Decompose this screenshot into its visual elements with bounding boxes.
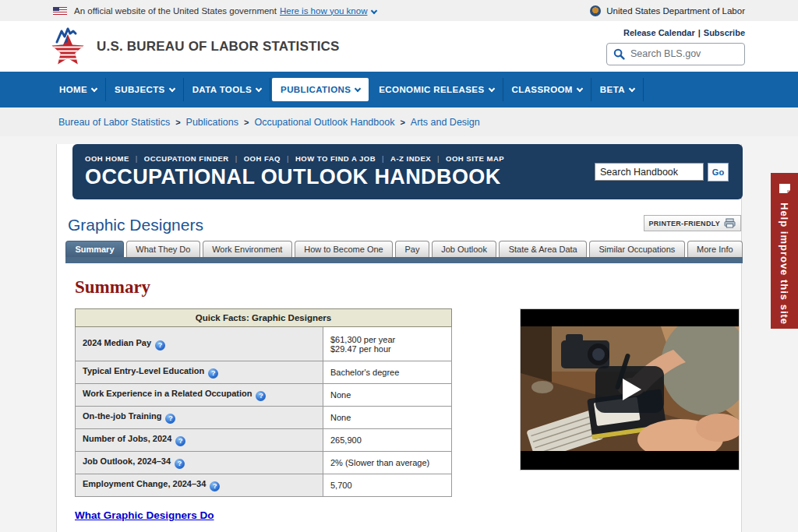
tab-what-they-do[interactable]: What They Do [126, 241, 200, 257]
breadcrumb-arts-design[interactable]: Arts and Design [411, 117, 480, 128]
breadcrumb-bls[interactable]: Bureau of Labor Statistics [58, 117, 170, 128]
content-area: OOH HOME | OCCUPATION FINDER | OOH FAQ |… [56, 144, 742, 532]
nav-item-economic-releases[interactable]: ECONOMIC RELEASES [370, 78, 503, 101]
chevron-down-icon [91, 86, 97, 92]
fact-label: On-the-job Training [83, 411, 161, 421]
help-icon[interactable]: ? [208, 368, 218, 379]
quick-facts-title: Quick Facts: Graphic Designers [76, 309, 452, 327]
printer-friendly-button[interactable]: PRINTER-FRIENDLY [644, 215, 741, 231]
subscribe-link[interactable]: Subscribe [704, 28, 745, 37]
play-button[interactable] [595, 366, 664, 413]
how-to-find-a-job-link[interactable]: HOW TO FIND A JOB [295, 154, 376, 163]
breadcrumb-ooh[interactable]: Occupational Outlook Handbook [254, 117, 394, 128]
quick-facts-table: Quick Facts: Graphic Designers 2024 Medi… [75, 308, 452, 497]
table-row: Employment Change, 2024–34? 5,700 [76, 474, 452, 497]
tab-how-to-become-one[interactable]: How to Become One [295, 241, 393, 257]
fact-value: 265,900 [323, 429, 452, 452]
help-icon[interactable]: ? [155, 340, 165, 351]
help-icon[interactable]: ? [256, 391, 266, 401]
breadcrumb-separator: > [400, 118, 404, 127]
nav-item-home[interactable]: HOME [50, 78, 106, 101]
fact-label: Number of Jobs, 2024 [83, 434, 171, 443]
gov-banner: An official website of the United States… [0, 0, 798, 21]
bls-logo[interactable]: U.S. BUREAU OF LABOR STATISTICS [47, 26, 340, 67]
occupation-tabs: Summary What They Do Work Environment Ho… [65, 241, 743, 257]
what-graphic-designers-do-link[interactable]: What Graphic Designers Do [75, 509, 214, 521]
chevron-down-icon [577, 86, 583, 92]
nav-item-beta[interactable]: BETA [591, 78, 644, 101]
breadcrumb: Bureau of Labor Statistics > Publication… [0, 107, 798, 136]
chevron-down-icon [355, 86, 361, 92]
fact-label: 2024 Median Pay [83, 338, 151, 347]
agency-name: U.S. BUREAU OF LABOR STATISTICS [97, 39, 340, 55]
tab-job-outlook[interactable]: Job Outlook [432, 241, 496, 257]
occupation-finder-link[interactable]: OCCUPATION FINDER [144, 154, 229, 163]
fact-value: None [323, 384, 452, 407]
ooh-faq-link[interactable]: OOH FAQ [244, 154, 281, 163]
chevron-down-icon [256, 86, 262, 92]
header-links-separator: | [698, 28, 701, 37]
help-icon[interactable]: ? [175, 459, 185, 469]
site-header: U.S. BUREAU OF LABOR STATISTICS Release … [0, 21, 798, 72]
nav-item-data-tools[interactable]: DATA TOOLS [184, 78, 270, 101]
ooh-title: OCCUPATIONAL OUTLOOK HANDBOOK [85, 165, 504, 189]
how-you-know-link[interactable]: Here is how you know [280, 6, 368, 16]
bls-search-input[interactable] [630, 48, 732, 59]
nav-item-classroom[interactable]: CLASSROOM [503, 78, 591, 101]
fact-label: Work Experience in a Related Occupation [83, 389, 252, 398]
nav-item-publications[interactable]: PUBLICATIONS [272, 78, 369, 101]
bls-star-icon [47, 26, 89, 67]
help-icon[interactable]: ? [210, 481, 220, 491]
ooh-links-separator: | [136, 154, 138, 163]
bls-search-box[interactable] [606, 43, 745, 65]
ooh-links-separator: | [437, 154, 440, 163]
fact-value: $61,300 per year $29.47 per hour [323, 327, 452, 361]
search-handbook-input[interactable] [595, 163, 704, 181]
tab-pay[interactable]: Pay [395, 241, 429, 257]
tabs-underline-bar [65, 257, 743, 263]
official-website-text: An official website of the United States… [74, 6, 277, 16]
page-title: Graphic Designers [68, 216, 203, 234]
ooh-links-separator: | [382, 154, 384, 163]
main-nav: HOME SUBJECTS DATA TOOLS PUBLICATIONS EC… [0, 72, 798, 107]
chevron-down-icon [168, 86, 175, 92]
table-row: 2024 Median Pay? $61,300 per year $29.47… [76, 327, 452, 361]
tab-more-info[interactable]: More Info [687, 241, 743, 257]
table-row: Job Outlook, 2024–34? 2% (Slower than av… [76, 452, 452, 474]
ooh-home-link[interactable]: OOH HOME [85, 154, 129, 163]
tab-similar-occupations[interactable]: Similar Occupations [589, 241, 685, 257]
search-icon [613, 48, 625, 60]
help-icon[interactable]: ? [165, 414, 175, 424]
fact-value: 2% (Slower than average) [323, 452, 452, 474]
release-calendar-link[interactable]: Release Calendar [623, 28, 695, 37]
chevron-down-icon [629, 86, 635, 92]
nav-item-subjects[interactable]: SUBJECTS [106, 78, 184, 101]
chevron-down-icon [371, 7, 377, 13]
fact-label: Employment Change, 2024–34 [83, 479, 206, 488]
tab-state-area-data[interactable]: State & Area Data [499, 241, 587, 257]
help-icon[interactable]: ? [175, 436, 185, 446]
tab-summary[interactable]: Summary [65, 241, 124, 257]
go-button[interactable]: Go [708, 163, 729, 181]
play-icon [623, 379, 641, 400]
occupation-video-player[interactable] [520, 308, 740, 470]
ooh-site-map-link[interactable]: OOH SITE MAP [446, 154, 504, 163]
fact-value: Bachelor's degree [323, 361, 452, 384]
dol-seal-icon [590, 5, 601, 16]
fact-label: Job Outlook, 2024–34 [83, 456, 171, 466]
fact-label: Typical Entry-Level Education [83, 366, 204, 375]
table-row: Number of Jobs, 2024? 265,900 [76, 429, 452, 452]
help-tab-label: Help improve this site [779, 203, 790, 325]
help-improve-site-tab[interactable]: Help improve this site [771, 173, 798, 329]
us-flag-icon [53, 7, 67, 15]
breadcrumb-publications[interactable]: Publications [186, 117, 238, 128]
ooh-banner: OOH HOME | OCCUPATION FINDER | OOH FAQ |… [72, 144, 743, 199]
table-row: Work Experience in a Related Occupation?… [76, 384, 452, 407]
dol-link[interactable]: United States Department of Labor [606, 6, 745, 16]
printer-icon [724, 218, 736, 228]
a-z-index-link[interactable]: A-Z INDEX [390, 154, 431, 163]
printer-friendly-label: PRINTER-FRIENDLY [649, 220, 720, 227]
table-row: On-the-job Training? None [76, 407, 452, 429]
tab-work-environment[interactable]: Work Environment [203, 241, 292, 257]
ooh-links-separator: | [235, 154, 238, 163]
